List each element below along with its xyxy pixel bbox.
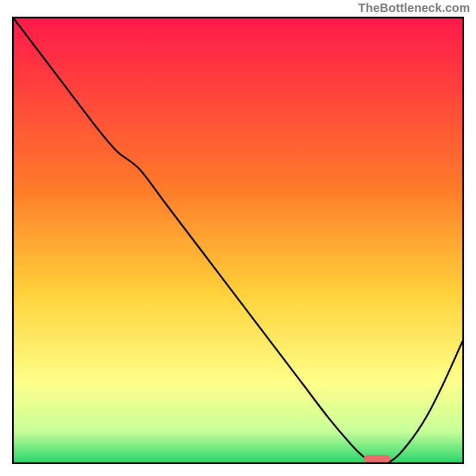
watermark-text: TheBottleneck.com — [358, 1, 470, 15]
plot-area — [12, 17, 464, 464]
optimal-marker — [364, 455, 390, 462]
chart-container: TheBottleneck.com — [0, 0, 476, 476]
chart-svg — [14, 18, 462, 462]
gradient-background — [14, 18, 462, 462]
